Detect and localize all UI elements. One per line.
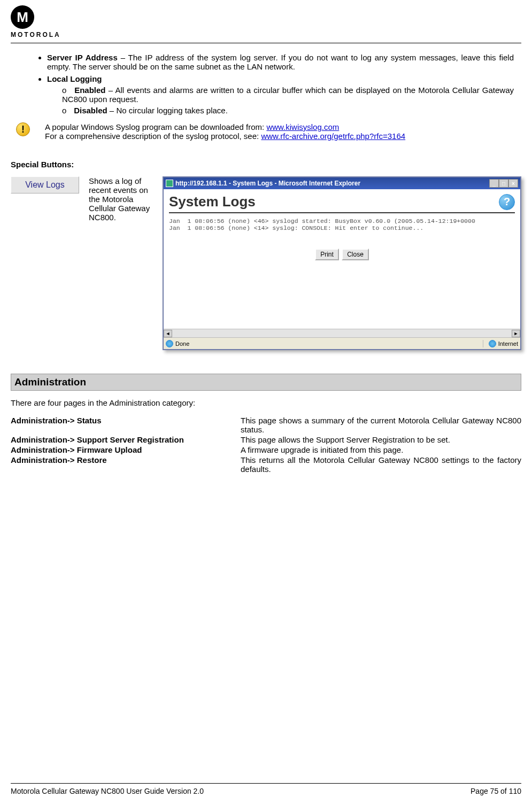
sub-enabled: o Enabled – All events and alarms are wr…	[62, 86, 514, 104]
status-left: Done	[166, 340, 189, 347]
log-output: Jan 1 08:06:56 (none) <46> syslogd start…	[169, 218, 515, 243]
maximize-button[interactable]: □	[499, 179, 508, 188]
admin-label: Administration-> Restore	[11, 455, 241, 475]
lightbulb-icon: !	[16, 122, 30, 136]
bullet-local-logging: Local Logging o Enabled – All events and…	[47, 74, 514, 115]
tip-text-1: A popular Windows Syslog program can be …	[45, 122, 266, 131]
internet-zone-icon	[489, 340, 496, 347]
logo-text: MOTOROLA	[11, 31, 61, 38]
link-rfc-archive[interactable]: www.rfc-archive.org/getrfc.php?rfc=3164	[261, 131, 405, 141]
tip-row: ! A popular Windows Syslog program can b…	[16, 122, 516, 141]
sub-disabled: o Disabled – No circular logging takes p…	[62, 106, 514, 115]
administration-intro: There are four pages in the Administrati…	[11, 398, 521, 407]
minimize-button[interactable]: _	[489, 179, 499, 188]
admin-desc: This page allows the Support Server Regi…	[241, 435, 521, 445]
horizontal-scrollbar[interactable]: ◄ ►	[164, 329, 520, 337]
admin-label: Administration-> Status	[11, 416, 241, 435]
page-footer: Motorola Cellular Gateway NC800 User Gui…	[11, 783, 521, 795]
log-line: Jan 1 08:06:56 (none) <46> syslogd start…	[169, 218, 475, 225]
close-button[interactable]: Close	[342, 249, 369, 260]
administration-table: Administration-> Status This page shows …	[11, 416, 521, 475]
special-buttons-title: Special Buttons:	[11, 160, 521, 169]
print-button[interactable]: Print	[315, 249, 339, 260]
view-logs-description: Shows a log of recent events on the Moto…	[89, 176, 153, 222]
scroll-right-icon[interactable]: ►	[512, 330, 520, 337]
browser-titlebar: http://192.168.1.1 - System Logs - Micro…	[164, 177, 520, 189]
browser-statusbar: Done Internet	[164, 337, 520, 349]
help-icon[interactable]: ?	[499, 194, 515, 210]
scroll-left-icon[interactable]: ◄	[164, 330, 172, 337]
footer-right: Page 75 of 110	[471, 787, 521, 795]
bullet-label: Server IP Address	[47, 53, 118, 62]
admin-desc: A firmware upgrade is initiated from thi…	[241, 445, 521, 455]
sub-label: Enabled	[74, 86, 105, 95]
table-row: Administration-> Firmware Upload A firmw…	[11, 445, 521, 455]
sub-marker: o	[62, 106, 72, 115]
tip-text-2: For a comprehensive description of the s…	[45, 131, 261, 141]
bullet-list: Server IP Address – The IP address of th…	[47, 53, 521, 115]
log-button-row: Print Close	[169, 249, 515, 260]
status-done-text: Done	[175, 340, 189, 347]
tip-body: A popular Windows Syslog program can be …	[45, 122, 516, 141]
sub-marker: o	[62, 86, 72, 95]
log-line: Jan 1 08:06:56 (none) <14> syslog: CONSO…	[169, 225, 423, 231]
sub-text: – No circular logging takes place.	[107, 106, 228, 115]
browser-title-text: http://192.168.1.1 - System Logs - Micro…	[175, 180, 489, 187]
browser-content: System Logs ? Jan 1 08:06:56 (none) <46>…	[164, 189, 520, 329]
administration-heading: Administration	[11, 374, 521, 391]
window-buttons: _ □ ×	[489, 179, 518, 188]
ie-page-icon	[166, 180, 173, 187]
bullet-label: Local Logging	[47, 74, 102, 83]
admin-label: Administration-> Support Server Registra…	[11, 435, 241, 445]
bullet-server-ip: Server IP Address – The IP address of th…	[47, 53, 514, 71]
system-logs-title: System Logs	[169, 193, 256, 210]
browser-window: http://192.168.1.1 - System Logs - Micro…	[163, 176, 521, 350]
sub-label: Disabled	[74, 106, 107, 115]
table-row: Administration-> Support Server Registra…	[11, 435, 521, 445]
table-row: Administration-> Restore This returns al…	[11, 455, 521, 475]
sub-text: – All events and alarms are written to a…	[62, 86, 514, 104]
view-logs-button[interactable]: View Logs	[11, 176, 79, 193]
special-row: View Logs Shows a log of recent events o…	[11, 176, 521, 350]
system-logs-header: System Logs ?	[169, 193, 515, 213]
admin-desc: This returns all the Motorola Cellular G…	[241, 455, 521, 475]
admin-label: Administration-> Firmware Upload	[11, 445, 241, 455]
page-header: M MOTOROLA	[11, 5, 521, 43]
status-zone-text: Internet	[498, 340, 518, 347]
status-right: Internet	[483, 340, 518, 347]
sub-list: o Enabled – All events and alarms are wr…	[62, 86, 514, 115]
link-kiwisyslog[interactable]: www.kiwisyslog.com	[266, 122, 339, 131]
motorola-logo-icon: M	[11, 5, 34, 29]
footer-left: Motorola Cellular Gateway NC800 User Gui…	[11, 787, 204, 795]
admin-desc: This page shows a summary of the current…	[241, 416, 521, 435]
close-window-button[interactable]: ×	[508, 179, 518, 188]
ie-done-icon	[166, 340, 173, 347]
bullet-text: – The IP address of the system log serve…	[47, 53, 514, 71]
table-row: Administration-> Status This page shows …	[11, 416, 521, 435]
logo: M MOTOROLA	[11, 5, 521, 38]
